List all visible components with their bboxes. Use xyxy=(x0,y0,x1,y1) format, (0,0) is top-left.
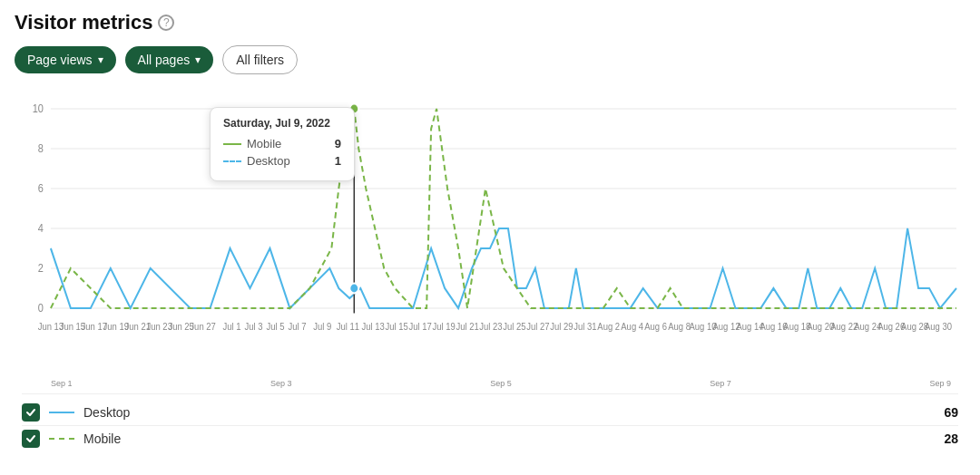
svg-text:Aug 6: Aug 6 xyxy=(644,322,667,333)
svg-text:4: 4 xyxy=(38,223,44,235)
svg-text:Jul 29: Jul 29 xyxy=(550,322,573,333)
checkmark-icon xyxy=(25,407,36,418)
mobile-legend-label: Mobile xyxy=(83,431,935,446)
svg-text:Aug 2: Aug 2 xyxy=(597,322,620,333)
svg-text:Jul 7: Jul 7 xyxy=(288,322,306,333)
svg-text:Jul 5: Jul 5 xyxy=(266,322,284,333)
svg-text:Jul 27: Jul 27 xyxy=(526,322,550,333)
mobile-line xyxy=(51,109,956,308)
svg-text:Jul 1: Jul 1 xyxy=(223,322,241,333)
svg-text:Jul 21: Jul 21 xyxy=(456,322,479,333)
all-filters-button[interactable]: All filters xyxy=(222,45,298,74)
svg-text:Jul 13: Jul 13 xyxy=(362,322,386,333)
svg-text:0: 0 xyxy=(38,303,44,315)
svg-text:Jul 11: Jul 11 xyxy=(337,322,360,333)
svg-text:Jul 31: Jul 31 xyxy=(573,322,597,333)
desktop-legend-count: 69 xyxy=(944,405,958,420)
legend-mobile-row: Mobile 28 xyxy=(22,426,958,451)
tooltip-mobile-value: 9 xyxy=(335,137,341,150)
svg-text:Jul 17: Jul 17 xyxy=(409,322,433,333)
svg-text:8: 8 xyxy=(38,143,44,155)
desktop-checkbox[interactable] xyxy=(22,403,40,422)
chart-svg: 10 8 6 4 2 0 Jun 13 Jun 15 Jun 17 Jun 19… xyxy=(15,89,965,388)
svg-text:Aug 4: Aug 4 xyxy=(621,322,643,333)
svg-text:Aug 30: Aug 30 xyxy=(925,322,952,333)
svg-text:Jul 25: Jul 25 xyxy=(503,322,526,333)
help-icon[interactable]: ? xyxy=(158,15,174,31)
mobile-legend-line xyxy=(49,438,74,440)
svg-text:6: 6 xyxy=(38,183,44,195)
toolbar: Page views All pages All filters xyxy=(15,45,965,74)
desktop-legend-label: Desktop xyxy=(83,405,935,420)
chart-area: 10 8 6 4 2 0 Jun 13 Jun 15 Jun 17 Jun 19… xyxy=(15,89,965,388)
svg-text:2: 2 xyxy=(38,263,44,275)
svg-text:Aug 8: Aug 8 xyxy=(668,322,691,333)
chart-tooltip: Saturday, Jul 9, 2022 Mobile 9 Desktop 1 xyxy=(210,107,355,181)
svg-text:Jun 27: Jun 27 xyxy=(190,322,216,333)
legend: Desktop 69 Mobile 28 xyxy=(15,393,965,451)
svg-text:Jul 9: Jul 9 xyxy=(313,322,331,333)
desktop-legend-line xyxy=(49,412,74,413)
page-header: Visitor metrics ? xyxy=(15,11,965,34)
mobile-line-icon xyxy=(223,143,241,145)
mobile-checkbox[interactable] xyxy=(22,430,40,448)
tooltip-desktop-row: Desktop 1 xyxy=(223,154,341,168)
mobile-legend-count: 28 xyxy=(944,431,958,446)
page-views-button[interactable]: Page views xyxy=(15,46,116,73)
svg-text:10: 10 xyxy=(33,103,44,115)
svg-point-13 xyxy=(349,284,358,294)
tooltip-mobile-label: Mobile xyxy=(223,137,281,150)
svg-text:Jul 19: Jul 19 xyxy=(432,322,456,333)
tooltip-desktop-value: 1 xyxy=(335,154,341,168)
all-pages-button[interactable]: All pages xyxy=(125,46,214,73)
tooltip-date: Saturday, Jul 9, 2022 xyxy=(223,117,341,130)
checkmark-icon-2 xyxy=(25,433,36,444)
svg-text:Jul 3: Jul 3 xyxy=(244,322,262,333)
legend-desktop-row: Desktop 69 xyxy=(22,400,958,425)
svg-text:Jul 23: Jul 23 xyxy=(479,322,503,333)
svg-text:Jul 15: Jul 15 xyxy=(386,322,409,333)
page-title: Visitor metrics xyxy=(15,11,152,34)
tooltip-mobile-row: Mobile 9 xyxy=(223,137,341,150)
tooltip-desktop-label: Desktop xyxy=(223,154,290,168)
desktop-line-icon xyxy=(223,160,241,162)
main-container: Visitor metrics ? Page views All pages A… xyxy=(0,0,980,475)
